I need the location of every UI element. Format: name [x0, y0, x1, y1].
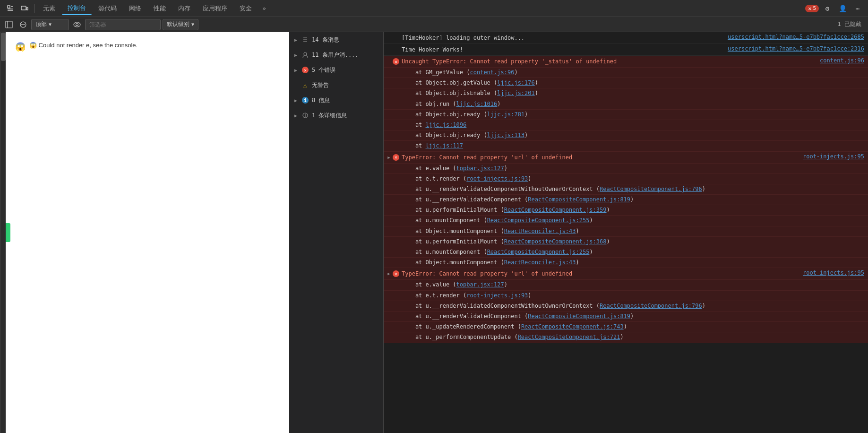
stack-link-react255-1[interactable]: ReactCompositeComponent.js:255: [487, 217, 590, 224]
stack-line-4-9: at u.mountComponent (ReactCompositeCompo…: [384, 247, 868, 258]
clear-console-icon[interactable]: [17, 18, 29, 31]
expand-arrow-verbose[interactable]: ▶: [293, 113, 299, 118]
more-tabs-button[interactable]: »: [258, 3, 270, 14]
stack-line-5-3: at u.__renderValidatedComponentWithoutOw…: [384, 301, 868, 312]
log-icon-2: [392, 46, 400, 53]
log-expand-4[interactable]: ▶: [386, 154, 392, 161]
stack-line-4-1: at e.value (topbar.jsx:127): [384, 164, 868, 174]
list-icon: [301, 36, 309, 43]
filter-input[interactable]: [85, 19, 161, 30]
tab-security[interactable]: 安全: [234, 2, 258, 15]
expand-arrow-info[interactable]: ▶: [293, 97, 299, 103]
log-entry-error-status: ▶ ✕ Uncaught TypeError: Cannot read prop…: [384, 56, 868, 68]
expand-arrow-errors[interactable]: ▶: [293, 67, 299, 73]
log-error-icon-5: ✕: [392, 270, 400, 277]
stack-link-rootinjects93-2[interactable]: root-injects.js:93: [466, 292, 528, 299]
user-icon[interactable]: 👤: [836, 2, 849, 15]
inspect-element-icon[interactable]: [4, 2, 17, 15]
level-dropdown[interactable]: 顶部 ▼: [31, 19, 69, 30]
svg-point-10: [74, 22, 80, 27]
log-level-dropdown[interactable]: 默认级别 ▼: [163, 19, 198, 30]
stack-link-react743[interactable]: ReactCompositeComponent.js:743: [521, 323, 624, 330]
stack-link-topbar127-2[interactable]: topbar.jsx:127: [456, 281, 504, 288]
stack-link-ljjc781[interactable]: ljjc.js:781: [487, 111, 524, 118]
info-icon: i: [301, 96, 309, 104]
svg-point-11: [76, 23, 78, 26]
errors-icon: ✕: [301, 66, 309, 74]
verbose-label: 1 条详细信息: [312, 112, 379, 120]
all-messages-label: 14 条消息: [312, 36, 379, 44]
stack-link-ljjc117[interactable]: ljjc.js:117: [426, 142, 463, 149]
stack-line-4-6: at u.mountComponent (ReactCompositeCompo…: [384, 216, 868, 226]
info-label: 8 信息: [312, 96, 379, 104]
tab-network[interactable]: 网络: [123, 2, 147, 15]
stack-link-react796-2[interactable]: ReactCompositeComponent.js:796: [600, 303, 702, 309]
stack-line-4-8: at u.performInitialMount (ReactComposite…: [384, 237, 868, 247]
log-text-2: Time Hooker Works!: [402, 45, 724, 54]
stack-link-react819[interactable]: ReactCompositeComponent.js:819: [528, 196, 630, 203]
svg-rect-5: [26, 8, 28, 10]
error-circle-5: ✕: [393, 270, 399, 277]
stack-link-react721[interactable]: ReactCompositeComponent.js:721: [518, 334, 620, 340]
stack-link-ljjc176[interactable]: ljjc.js:176: [497, 79, 534, 86]
stack-link-react359[interactable]: ReactCompositeComponent.js:359: [504, 207, 607, 213]
stack-link-react796[interactable]: ReactCompositeComponent.js:796: [600, 186, 702, 192]
stack-link-reconciler43-2[interactable]: ReactReconciler.js:43: [504, 259, 576, 266]
tab-console[interactable]: 控制台: [62, 2, 92, 15]
page-scrollbar-thumb[interactable]: [1, 33, 6, 61]
stack-link-ljjc1096[interactable]: ljjc.js:1096: [426, 121, 467, 128]
stack-link-content96[interactable]: content.js:96: [470, 69, 515, 76]
stack-link-react255-2[interactable]: ReactCompositeComponent.js:255: [487, 249, 590, 255]
settings-icon[interactable]: ⚙: [821, 2, 834, 15]
device-emulation-icon[interactable]: [18, 2, 31, 15]
tab-elements[interactable]: 元素: [37, 2, 61, 15]
log-source-4[interactable]: root-injects.js:95: [803, 153, 864, 160]
more-options-icon[interactable]: ⋯: [851, 2, 864, 15]
stack-line-3-1: at GM_getValue (content.js:96): [384, 68, 868, 78]
stack-link-react368[interactable]: ReactCompositeComponent.js:368: [504, 238, 607, 245]
expand-arrow-user[interactable]: ▶: [293, 52, 299, 58]
error-text: 😱 Could not render e, see the console.: [29, 42, 138, 49]
svg-point-18: [305, 113, 306, 114]
log-error-icon-3: ✕: [392, 58, 400, 65]
stack-link-ljjc201[interactable]: ljjc.js:201: [497, 90, 534, 96]
sidebar-item-info[interactable]: ▶ i 8 信息: [289, 93, 383, 108]
log-source-5[interactable]: root-injects.js:95: [803, 269, 864, 276]
page-content-area: 😱 😱 Could not render e, see the console.: [6, 32, 289, 433]
sidebar-toggle-icon[interactable]: [3, 18, 15, 31]
stack-line-4-10: at Object.mountComponent (ReactReconcile…: [384, 258, 868, 268]
stack-line-5-2: at e.t.render (root-injects.js:93): [384, 291, 868, 301]
console-output[interactable]: ▶ [TimeHooker] loading outer window... u…: [384, 32, 868, 433]
log-source-1[interactable]: userscript.html?name…5-e7bb7fac1cce:2685: [728, 34, 864, 40]
stack-line-3-5: at Object.obj.ready (ljjc.js:781): [384, 110, 868, 120]
error-circle-4: ✕: [393, 154, 399, 161]
log-source-3[interactable]: content.js:96: [820, 57, 864, 64]
eye-icon[interactable]: [71, 18, 83, 31]
stack-line-5-6: at u._performComponentUpdate (ReactCompo…: [384, 332, 868, 343]
tab-performance[interactable]: 性能: [148, 2, 172, 15]
expand-arrow-all-messages[interactable]: ▶: [293, 37, 299, 43]
stack-link-ljjc1016[interactable]: ljjc.js:1016: [456, 101, 498, 107]
log-entry-error-url-2: ▶ ✕ TypeError: Cannot read property 'url…: [384, 268, 868, 280]
stack-link-reconciler43-1[interactable]: ReactReconciler.js:43: [504, 228, 576, 234]
tab-sources[interactable]: 源代码: [93, 2, 122, 15]
stack-link-rootinjects93-1[interactable]: root-injects.js:93: [466, 175, 528, 182]
sidebar-item-warnings[interactable]: ▶ ⚠ 无警告: [289, 78, 383, 93]
page-scrollbar[interactable]: [0, 32, 6, 433]
tab-memory[interactable]: 内存: [172, 2, 196, 15]
stack-link-ljjc113[interactable]: ljjc.js:113: [487, 132, 524, 139]
stack-link-topbar127[interactable]: topbar.jsx:127: [456, 165, 504, 172]
toolbar-separator: [34, 4, 34, 13]
sidebar-item-user-messages[interactable]: ▶ 11 条用户消....: [289, 47, 383, 62]
stack-link-react819-2[interactable]: ReactCompositeComponent.js:819: [528, 313, 630, 320]
stack-line-4-4: at u.__renderValidatedComponent (ReactCo…: [384, 195, 868, 205]
stack-line-3-8: at ljjc.js:117: [384, 141, 868, 151]
log-expand-5[interactable]: ▶: [386, 270, 392, 277]
sidebar-item-verbose[interactable]: ▶ 1 条详细信息: [289, 108, 383, 123]
sidebar-item-errors[interactable]: ▶ ✕ 5 个错误: [289, 62, 383, 78]
log-source-2[interactable]: userscript.html?name…5-e7bb7fac1cce:2316: [728, 45, 864, 52]
log-text-3: Uncaught TypeError: Cannot read property…: [402, 57, 816, 66]
sidebar-item-all-messages[interactable]: ▶ 14 条消息: [289, 32, 383, 47]
svg-rect-6: [6, 21, 12, 28]
tab-application[interactable]: 应用程序: [197, 2, 233, 15]
